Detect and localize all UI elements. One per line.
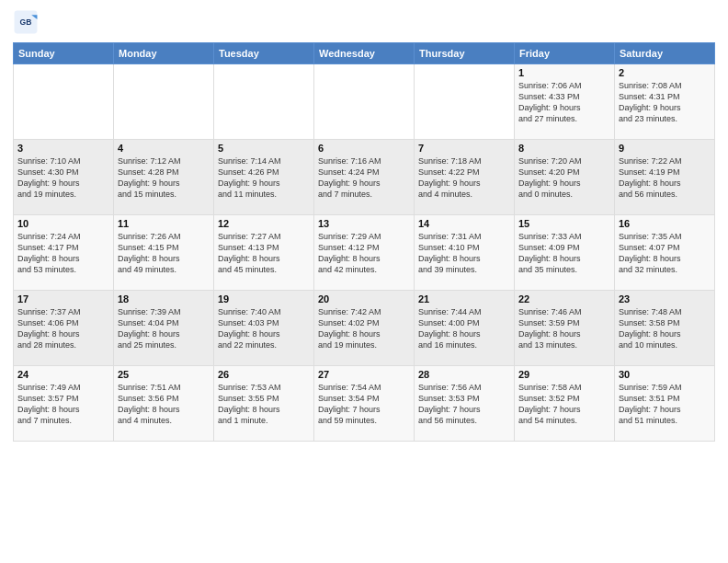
day-number: 3 xyxy=(17,143,109,154)
day-info: Sunrise: 7:33 AM Sunset: 4:09 PM Dayligh… xyxy=(518,231,610,276)
day-number: 7 xyxy=(418,143,510,154)
calendar-cell: 10Sunrise: 7:24 AM Sunset: 4:17 PM Dayli… xyxy=(14,215,114,291)
header-cell-friday: Friday xyxy=(515,43,615,64)
calendar-cell: 17Sunrise: 7:37 AM Sunset: 4:06 PM Dayli… xyxy=(14,291,114,366)
calendar-cell: 30Sunrise: 7:59 AM Sunset: 3:51 PM Dayli… xyxy=(615,366,715,442)
calendar-cell: 29Sunrise: 7:58 AM Sunset: 3:52 PM Dayli… xyxy=(515,366,615,442)
day-number: 22 xyxy=(518,293,610,304)
day-number: 28 xyxy=(418,369,510,380)
calendar-cell xyxy=(114,64,214,140)
day-info: Sunrise: 7:59 AM Sunset: 3:51 PM Dayligh… xyxy=(619,382,711,427)
day-info: Sunrise: 7:12 AM Sunset: 4:28 PM Dayligh… xyxy=(118,155,210,201)
calendar-week-4: 17Sunrise: 7:37 AM Sunset: 4:06 PM Dayli… xyxy=(14,291,715,366)
day-number: 8 xyxy=(518,143,610,154)
calendar-header-row: SundayMondayTuesdayWednesdayThursdayFrid… xyxy=(14,43,715,64)
day-number: 24 xyxy=(17,369,109,380)
calendar-cell: 12Sunrise: 7:27 AM Sunset: 4:13 PM Dayli… xyxy=(214,215,314,291)
day-number: 30 xyxy=(619,369,711,380)
day-number: 2 xyxy=(619,67,711,78)
day-info: Sunrise: 7:31 AM Sunset: 4:10 PM Dayligh… xyxy=(418,231,510,276)
day-number: 26 xyxy=(218,369,310,380)
calendar-table: SundayMondayTuesdayWednesdayThursdayFrid… xyxy=(13,42,715,442)
calendar-cell: 14Sunrise: 7:31 AM Sunset: 4:10 PM Dayli… xyxy=(415,215,515,291)
day-info: Sunrise: 7:58 AM Sunset: 3:52 PM Dayligh… xyxy=(518,382,610,427)
day-number: 9 xyxy=(619,143,711,154)
calendar-cell xyxy=(14,64,114,140)
day-number: 21 xyxy=(418,293,510,304)
day-number: 18 xyxy=(118,293,210,304)
day-info: Sunrise: 7:42 AM Sunset: 4:02 PM Dayligh… xyxy=(318,306,410,351)
day-info: Sunrise: 7:51 AM Sunset: 3:56 PM Dayligh… xyxy=(118,382,210,427)
calendar-week-3: 10Sunrise: 7:24 AM Sunset: 4:17 PM Dayli… xyxy=(14,215,715,291)
day-info: Sunrise: 7:37 AM Sunset: 4:06 PM Dayligh… xyxy=(17,306,109,351)
day-info: Sunrise: 7:24 AM Sunset: 4:17 PM Dayligh… xyxy=(17,231,109,276)
header: GB xyxy=(13,9,715,35)
day-number: 13 xyxy=(318,218,410,229)
day-number: 4 xyxy=(118,143,210,154)
day-number: 5 xyxy=(218,143,310,154)
calendar-cell: 25Sunrise: 7:51 AM Sunset: 3:56 PM Dayli… xyxy=(114,366,214,442)
day-info: Sunrise: 7:18 AM Sunset: 4:22 PM Dayligh… xyxy=(418,155,510,201)
day-info: Sunrise: 7:48 AM Sunset: 3:58 PM Dayligh… xyxy=(619,306,711,351)
header-cell-saturday: Saturday xyxy=(615,43,715,64)
day-number: 15 xyxy=(518,218,610,229)
day-number: 25 xyxy=(118,369,210,380)
day-number: 17 xyxy=(17,293,109,304)
day-info: Sunrise: 7:10 AM Sunset: 4:30 PM Dayligh… xyxy=(17,155,109,201)
calendar-cell: 1Sunrise: 7:06 AM Sunset: 4:33 PM Daylig… xyxy=(515,64,615,140)
day-info: Sunrise: 7:46 AM Sunset: 3:59 PM Dayligh… xyxy=(518,306,610,351)
calendar-cell: 23Sunrise: 7:48 AM Sunset: 3:58 PM Dayli… xyxy=(615,291,715,366)
calendar-cell: 5Sunrise: 7:14 AM Sunset: 4:26 PM Daylig… xyxy=(214,140,314,215)
calendar-cell: 4Sunrise: 7:12 AM Sunset: 4:28 PM Daylig… xyxy=(114,140,214,215)
day-info: Sunrise: 7:22 AM Sunset: 4:19 PM Dayligh… xyxy=(619,155,711,201)
calendar-cell: 7Sunrise: 7:18 AM Sunset: 4:22 PM Daylig… xyxy=(415,140,515,215)
calendar-cell: 19Sunrise: 7:40 AM Sunset: 4:03 PM Dayli… xyxy=(214,291,314,366)
calendar-cell xyxy=(415,64,515,140)
day-number: 20 xyxy=(318,293,410,304)
day-number: 27 xyxy=(318,369,410,380)
day-info: Sunrise: 7:35 AM Sunset: 4:07 PM Dayligh… xyxy=(619,231,711,276)
day-number: 11 xyxy=(118,218,210,229)
day-number: 16 xyxy=(619,218,711,229)
calendar-week-2: 3Sunrise: 7:10 AM Sunset: 4:30 PM Daylig… xyxy=(14,140,715,215)
day-info: Sunrise: 7:49 AM Sunset: 3:57 PM Dayligh… xyxy=(17,382,109,427)
day-info: Sunrise: 7:06 AM Sunset: 4:33 PM Dayligh… xyxy=(518,80,610,125)
svg-text:GB: GB xyxy=(20,17,32,27)
calendar-cell: 27Sunrise: 7:54 AM Sunset: 3:54 PM Dayli… xyxy=(314,366,415,442)
day-info: Sunrise: 7:53 AM Sunset: 3:55 PM Dayligh… xyxy=(218,382,310,427)
day-info: Sunrise: 7:08 AM Sunset: 4:31 PM Dayligh… xyxy=(619,80,711,125)
calendar-cell: 3Sunrise: 7:10 AM Sunset: 4:30 PM Daylig… xyxy=(14,140,114,215)
day-number: 23 xyxy=(619,293,711,304)
calendar-cell: 22Sunrise: 7:46 AM Sunset: 3:59 PM Dayli… xyxy=(515,291,615,366)
calendar-cell: 6Sunrise: 7:16 AM Sunset: 4:24 PM Daylig… xyxy=(314,140,415,215)
calendar-cell: 18Sunrise: 7:39 AM Sunset: 4:04 PM Dayli… xyxy=(114,291,214,366)
header-cell-wednesday: Wednesday xyxy=(314,43,415,64)
day-info: Sunrise: 7:40 AM Sunset: 4:03 PM Dayligh… xyxy=(218,306,310,351)
day-number: 1 xyxy=(518,67,610,78)
header-cell-thursday: Thursday xyxy=(415,43,515,64)
day-number: 19 xyxy=(218,293,310,304)
calendar-cell xyxy=(314,64,415,140)
day-info: Sunrise: 7:16 AM Sunset: 4:24 PM Dayligh… xyxy=(318,155,410,201)
calendar-week-1: 1Sunrise: 7:06 AM Sunset: 4:33 PM Daylig… xyxy=(14,64,715,140)
day-number: 29 xyxy=(518,369,610,380)
header-cell-monday: Monday xyxy=(114,43,214,64)
calendar-cell: 20Sunrise: 7:42 AM Sunset: 4:02 PM Dayli… xyxy=(314,291,415,366)
day-info: Sunrise: 7:26 AM Sunset: 4:15 PM Dayligh… xyxy=(118,231,210,276)
logo-icon: GB xyxy=(13,9,39,35)
calendar-cell: 9Sunrise: 7:22 AM Sunset: 4:19 PM Daylig… xyxy=(615,140,715,215)
day-info: Sunrise: 7:14 AM Sunset: 4:26 PM Dayligh… xyxy=(218,155,310,201)
day-info: Sunrise: 7:27 AM Sunset: 4:13 PM Dayligh… xyxy=(218,231,310,276)
day-info: Sunrise: 7:20 AM Sunset: 4:20 PM Dayligh… xyxy=(518,155,610,201)
calendar-cell: 28Sunrise: 7:56 AM Sunset: 3:53 PM Dayli… xyxy=(415,366,515,442)
calendar-cell: 26Sunrise: 7:53 AM Sunset: 3:55 PM Dayli… xyxy=(214,366,314,442)
day-number: 6 xyxy=(318,143,410,154)
calendar-cell: 13Sunrise: 7:29 AM Sunset: 4:12 PM Dayli… xyxy=(314,215,415,291)
calendar-cell: 2Sunrise: 7:08 AM Sunset: 4:31 PM Daylig… xyxy=(615,64,715,140)
calendar-cell: 24Sunrise: 7:49 AM Sunset: 3:57 PM Dayli… xyxy=(14,366,114,442)
header-cell-tuesday: Tuesday xyxy=(214,43,314,64)
calendar-cell: 11Sunrise: 7:26 AM Sunset: 4:15 PM Dayli… xyxy=(114,215,214,291)
day-info: Sunrise: 7:39 AM Sunset: 4:04 PM Dayligh… xyxy=(118,306,210,351)
calendar-cell: 16Sunrise: 7:35 AM Sunset: 4:07 PM Dayli… xyxy=(615,215,715,291)
day-number: 12 xyxy=(218,218,310,229)
